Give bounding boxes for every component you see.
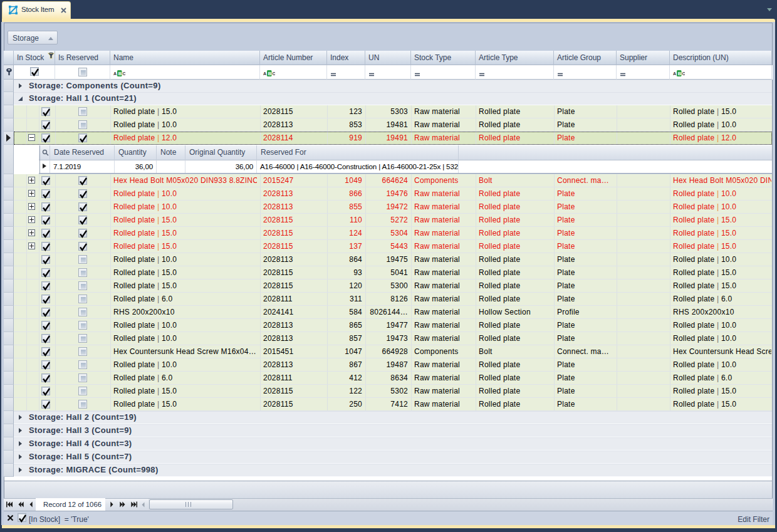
svg-text:B: B	[118, 71, 122, 76]
svg-text:C: C	[273, 71, 276, 76]
svg-text:A: A	[113, 71, 117, 76]
svg-text:A: A	[673, 71, 676, 76]
svg-text:C: C	[123, 71, 126, 76]
svg-text:A: A	[263, 71, 266, 76]
svg-text:C: C	[682, 71, 686, 76]
svg-text:B: B	[678, 71, 682, 76]
svg-text:B: B	[268, 71, 272, 76]
